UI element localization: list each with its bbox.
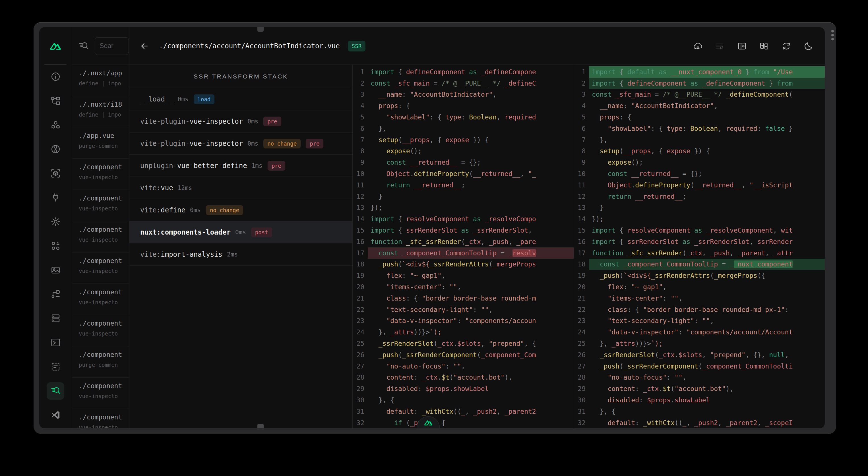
transform-time: 0ms — [235, 229, 246, 236]
transform-row[interactable]: vite:define0msno change — [129, 199, 352, 221]
code-text: __name: "AccountBotIndicator", — [368, 89, 574, 100]
line-number: 29 — [574, 385, 589, 392]
transform-badge-change: no change — [264, 139, 301, 149]
vscode-icon — [50, 410, 61, 420]
transform-row[interactable]: vite-plugin-vue-inspector0mspre — [129, 110, 352, 132]
sidebar-item-payload[interactable] — [39, 234, 72, 258]
build-cloud-button[interactable] — [693, 41, 703, 51]
sidebar-item-modules[interactable] — [39, 161, 72, 185]
file-transforms-label: vue-inspecto — [79, 236, 129, 243]
code-line: 11 return __returned__; — [353, 180, 574, 191]
code-text: setup(__props, { expose }) { — [589, 146, 825, 157]
file-list-item[interactable]: ./componentvue-inspecto — [72, 190, 129, 221]
line-number: 2 — [574, 80, 589, 87]
transform-row[interactable]: vite:import-analysis2ms — [129, 244, 352, 265]
code-line: 7 }, — [574, 134, 825, 146]
code-text: class: { "border border-base rounded-md … — [589, 304, 825, 315]
line-number: 6 — [353, 125, 368, 132]
line-number: 1 — [353, 68, 368, 76]
code-line: 6 "showLabel": { type: Boolean, required… — [574, 123, 825, 134]
top-resize-handle[interactable] — [257, 27, 264, 32]
sidebar-item-assets[interactable] — [39, 258, 72, 282]
code-text: }, — [589, 134, 825, 146]
code-line: 5 props: { — [574, 112, 825, 123]
line-wrap-button[interactable] — [715, 41, 725, 51]
back-button[interactable] — [140, 41, 149, 51]
transform-row[interactable]: vite:vue12ms — [129, 177, 352, 199]
file-list-item[interactable]: ./.nuxt/appdefine | impo — [72, 65, 129, 96]
frame-drag-handle[interactable] — [831, 30, 834, 40]
sidebar-item-server-routes[interactable] — [39, 282, 72, 306]
transform-name: vite-plugin-vue-inspector — [140, 118, 243, 125]
refresh-button[interactable] — [781, 41, 791, 51]
file-list-item[interactable]: ./.nuxt/i18define | impo — [72, 96, 129, 127]
code-text: default: _withCtx((_, _push2, _parent2, … — [589, 417, 825, 428]
sidebar-item-info[interactable] — [39, 65, 72, 89]
transform-time: 0ms — [190, 207, 201, 214]
sidebar-item-imports[interactable] — [39, 137, 72, 161]
file-list-item[interactable]: ./componentvue-inspecto — [72, 409, 129, 428]
code-line: 19 _push(`<div${_ssrRenderAttrs(_mergePr… — [574, 270, 825, 281]
code-line: 24 }, _attrs))}>`); — [353, 326, 574, 338]
sidebar-item-runtime-configs[interactable] — [39, 210, 72, 234]
toggle-panel-left-button[interactable] — [737, 41, 747, 51]
code-line: 25 }, _attrs))}>`); — [574, 338, 825, 349]
top-bar: ./components/account/AccountBotIndicator… — [129, 27, 825, 65]
code-line: 28 content: _ctx.$t("account.bot"), — [353, 372, 574, 383]
line-number: 17 — [574, 249, 589, 257]
transform-name: vite:import-analysis — [140, 251, 222, 258]
sidebar-item-pages-tree[interactable] — [39, 89, 72, 113]
plugins-icon — [50, 192, 61, 203]
transform-name: unplugin-vue-better-define — [140, 162, 247, 170]
bottom-resize-handle[interactable] — [257, 424, 264, 428]
code-line: 30 disabled: $props.showLabel — [574, 394, 825, 406]
file-list-item[interactable]: ./componentpurge-commen — [72, 346, 129, 378]
transform-row[interactable]: vite-plugin-vue-inspector0msno changepre — [129, 132, 352, 155]
code-line: 2import { defineComponent as _defineComp… — [574, 77, 825, 89]
search-input[interactable]: Sear — [95, 37, 129, 55]
line-number: 14 — [353, 215, 368, 223]
code-line: 31 }, { — [574, 406, 825, 417]
split-diff-view-button[interactable] — [760, 41, 769, 51]
line-number: 28 — [574, 374, 589, 381]
line-number: 23 — [353, 317, 368, 324]
transform-badge-change: no change — [206, 205, 243, 215]
transform-name: vite:define — [140, 206, 185, 214]
code-text: import { default as __nuxt_component_0 }… — [589, 66, 825, 77]
code-line: 24 "data-v-inspector": "components/accou… — [574, 326, 825, 338]
line-number: 18 — [353, 260, 368, 268]
line-number: 11 — [353, 182, 368, 189]
file-list-item[interactable]: ./componentvue-inspecto — [72, 221, 129, 253]
components-icon — [50, 120, 61, 130]
transform-row[interactable]: unplugin-vue-better-define1mspre — [129, 155, 352, 177]
dark-mode-moon-button[interactable] — [804, 41, 813, 51]
file-list-item[interactable]: ./componentvue-inspecto — [72, 315, 129, 346]
code-line: 14import { resolveComponent as _resolveC… — [353, 213, 574, 225]
sidebar-item-virtual-files[interactable] — [39, 355, 72, 379]
sidebar-item-terminal[interactable] — [39, 330, 72, 355]
file-list-panel: Sear ./.nuxt/appdefine | impo./.nuxt/i18… — [72, 27, 129, 428]
sidebar-item-components[interactable] — [39, 113, 72, 137]
file-list-item[interactable]: ./componentvue-inspecto — [72, 378, 129, 409]
sidebar-item-storage[interactable] — [39, 306, 72, 330]
build-cloud-icon — [693, 41, 703, 51]
panels: SSR TRANSFORM STACK __load__0msloadvite-… — [129, 65, 825, 428]
file-path-label: ./component — [79, 257, 129, 264]
code-text: "data-v-inspector": "components/account/… — [589, 326, 825, 338]
sidebar-item-vscode[interactable] — [39, 403, 72, 427]
file-list-item[interactable]: ./componentvue-inspecto — [72, 159, 129, 190]
sidebar-item-plugins[interactable] — [39, 185, 72, 210]
file-transforms-label: vue-inspecto — [79, 393, 129, 399]
sidebar-item-inspect[interactable] — [39, 379, 72, 403]
code-text: import { ssrRenderSlot as _ssrRenderSlot… — [589, 236, 825, 247]
code-text: }, { — [589, 406, 825, 417]
file-list-item[interactable]: ./componentvue-inspecto — [72, 284, 129, 315]
code-line: 29 content: _ctx.$t("account.bot"), — [574, 383, 825, 394]
file-list-item[interactable]: ./app.vuepurge-commen — [72, 127, 129, 159]
line-number: 12 — [574, 193, 589, 200]
transform-row[interactable]: __load__0msload — [129, 88, 352, 110]
code-text: return __returned__; — [368, 180, 574, 191]
file-list-item[interactable]: ./componentvue-inspecto — [72, 253, 129, 284]
transform-row[interactable]: nuxt:components-loader0mspost — [129, 221, 352, 244]
code-line: 8 setup(__props, { expose }) { — [574, 146, 825, 157]
